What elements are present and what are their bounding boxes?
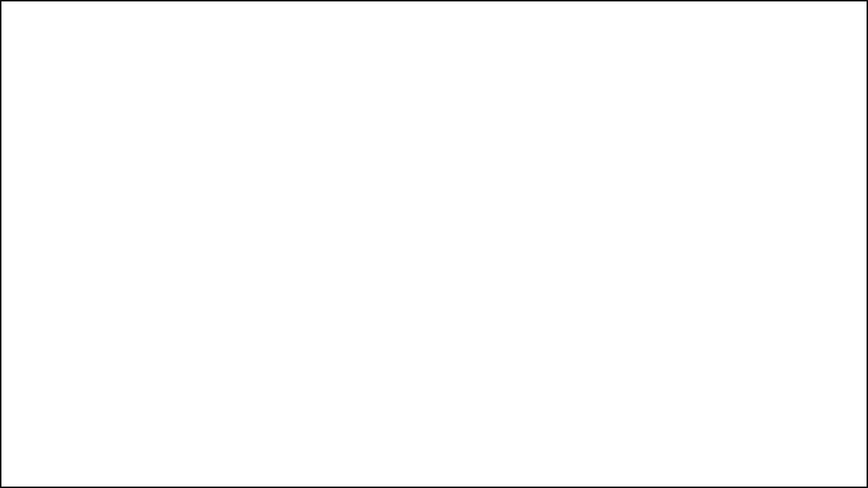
screen-time-card — [0, 0, 868, 488]
donut-chart — [109, 13, 760, 476]
